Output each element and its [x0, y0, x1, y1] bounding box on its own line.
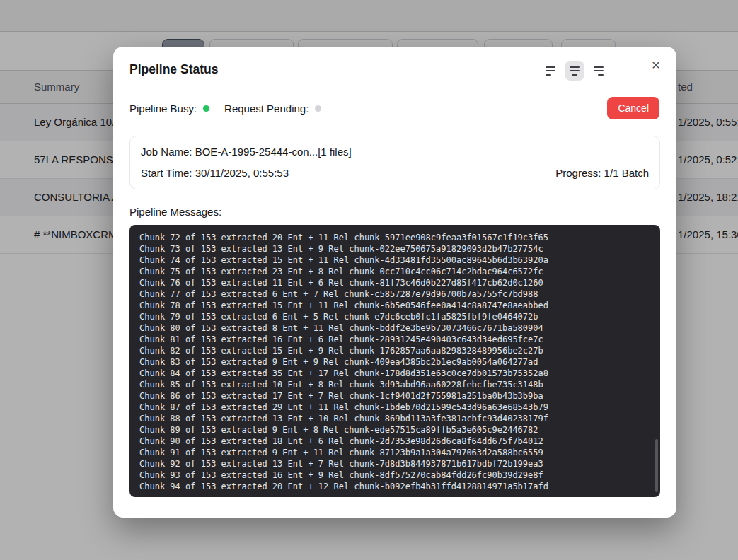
- log-density-toggle-group: [541, 61, 609, 81]
- log-line: Chunk 90 of 153 extracted 18 Ent + 6 Rel…: [139, 436, 650, 447]
- job-info-card: Job Name: BOE-A-1995-25444-con...[1 file…: [129, 136, 660, 189]
- log-line: Chunk 89 of 153 extracted 9 Ent + 8 Rel …: [139, 424, 650, 436]
- log-line: Chunk 83 of 153 extracted 9 Ent + 9 Rel …: [139, 356, 650, 368]
- log-line: Chunk 77 of 153 extracted 6 Ent + 7 Rel …: [139, 288, 650, 300]
- log-line: Chunk 79 of 153 extracted 6 Ent + 5 Rel …: [139, 311, 650, 322]
- pipeline-messages-label: Pipeline Messages:: [129, 206, 660, 218]
- close-icon[interactable]: ✕: [647, 57, 665, 75]
- pipeline-status-dialog: Pipeline Status ✕ Pipeline Busy: Request…: [113, 47, 676, 518]
- job-name-text: Job Name: BOE-A-1995-25444-con...[1 file…: [141, 146, 649, 158]
- log-line: Chunk 87 of 153 extracted 29 Ent + 11 Re…: [139, 402, 650, 413]
- log-line: Chunk 85 of 153 extracted 10 Ent + 8 Rel…: [139, 379, 650, 390]
- pipeline-busy-indicator: [203, 105, 209, 112]
- cancel-button[interactable]: Cancel: [607, 97, 659, 119]
- log-line: Chunk 88 of 153 extracted 13 Ent + 10 Re…: [139, 413, 650, 424]
- pipeline-status-row: Pipeline Busy: Request Pending: Cancel: [129, 97, 659, 119]
- log-line: Chunk 92 of 153 extracted 13 Ent + 7 Rel…: [139, 458, 650, 469]
- align-left-button[interactable]: [541, 61, 560, 81]
- log-line: Chunk 72 of 153 extracted 20 Ent + 11 Re…: [139, 232, 650, 243]
- request-pending-indicator: [315, 105, 321, 112]
- dialog-header: Pipeline Status ✕: [113, 47, 676, 77]
- log-line: Chunk 86 of 153 extracted 17 Ent + 7 Rel…: [139, 390, 650, 402]
- align-center-icon: [569, 66, 580, 76]
- log-line: Chunk 84 of 153 extracted 35 Ent + 17 Re…: [139, 368, 650, 379]
- pipeline-busy-label: Pipeline Busy:: [129, 103, 197, 115]
- align-right-icon: [593, 66, 604, 76]
- log-line: Chunk 78 of 153 extracted 15 Ent + 11 Re…: [139, 300, 650, 311]
- log-line: Chunk 75 of 153 extracted 23 Ent + 8 Rel…: [139, 266, 650, 277]
- app-window: Summary ted Ley Orgánica 10/ 1/2025, 0:5…: [0, 0, 738, 560]
- log-line: Chunk 93 of 153 extracted 16 Ent + 9 Rel…: [139, 469, 650, 481]
- log-line: Chunk 91 of 153 extracted 9 Ent + 11 Rel…: [139, 447, 650, 458]
- job-progress-text: Progress: 1/1 Batch: [555, 167, 649, 179]
- align-left-icon: [545, 66, 556, 76]
- log-lines: Chunk 72 of 153 extracted 20 Ent + 11 Re…: [139, 232, 650, 492]
- log-line: Chunk 94 of 153 extracted 20 Ent + 12 Re…: [139, 481, 650, 492]
- log-scrollbar-thumb[interactable]: [655, 439, 658, 492]
- log-line: Chunk 81 of 153 extracted 16 Ent + 6 Rel…: [139, 334, 650, 345]
- align-right-button[interactable]: [589, 61, 609, 81]
- log-line: Chunk 76 of 153 extracted 11 Ent + 6 Rel…: [139, 277, 650, 288]
- log-line: Chunk 74 of 153 extracted 15 Ent + 11 Re…: [139, 255, 650, 266]
- log-line: Chunk 73 of 153 extracted 13 Ent + 9 Rel…: [139, 243, 650, 255]
- pipeline-messages-log[interactable]: Chunk 72 of 153 extracted 20 Ent + 11 Re…: [129, 225, 660, 497]
- log-line: Chunk 80 of 153 extracted 8 Ent + 11 Rel…: [139, 322, 650, 334]
- align-center-button[interactable]: [565, 61, 584, 81]
- log-line: Chunk 82 of 153 extracted 15 Ent + 9 Rel…: [139, 345, 650, 356]
- job-start-time-text: Start Time: 30/11/2025, 0:55:53: [141, 167, 289, 179]
- request-pending-label: Request Pending:: [224, 103, 309, 115]
